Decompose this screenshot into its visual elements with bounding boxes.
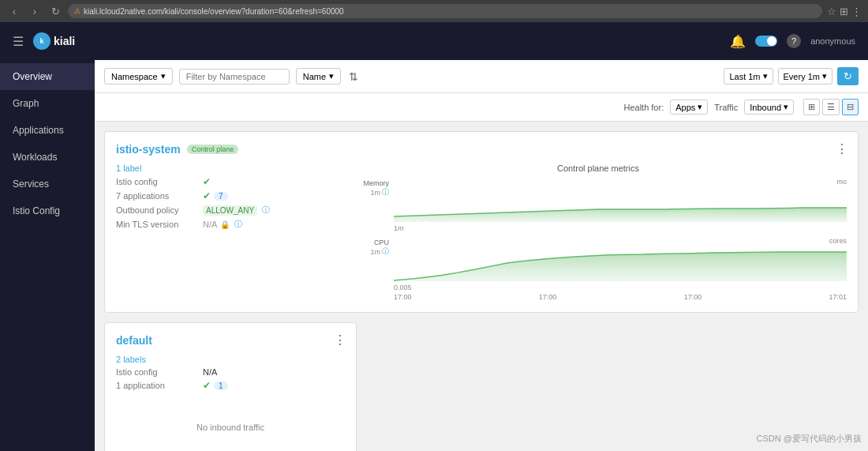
sidebar-item-istio-config[interactable]: Istio Config xyxy=(0,197,95,224)
default-istio-value: N/A xyxy=(203,367,217,377)
x-labels: 0.005 xyxy=(394,284,847,291)
name-dropdown[interactable]: Name ▾ xyxy=(296,68,341,85)
list-view-button[interactable]: ☰ xyxy=(822,99,840,115)
apps-dropdown[interactable]: Apps ▾ xyxy=(670,100,708,115)
inbound-dropdown[interactable]: Inbound ▾ xyxy=(744,100,794,115)
main-content: Namespace ▾ Name ▾ ⇅ Last 1m ▾ Every 1m xyxy=(95,60,868,451)
memory-svg xyxy=(394,186,847,222)
star-icon[interactable]: ☆ xyxy=(827,6,836,17)
default-apps-badge: 1 xyxy=(214,381,228,390)
memory-section-label: Memory xyxy=(363,179,389,187)
compact-view-button[interactable]: ⊟ xyxy=(842,99,859,115)
cpu-svg xyxy=(394,246,847,281)
sidebar-item-workloads[interactable]: Workloads xyxy=(0,144,95,171)
toolbar-right: Last 1m ▾ Every 1m ▾ ↻ xyxy=(724,67,859,85)
sidebar-item-overview[interactable]: Overview xyxy=(0,63,95,90)
card-info-default: 2 labels Istio config N/A 1 application … xyxy=(116,355,345,394)
memory-chart: mo xyxy=(394,178,847,232)
outbound-info-icon[interactable]: ⓘ xyxy=(262,205,270,216)
filter-input[interactable] xyxy=(179,69,290,85)
sort-icon[interactable]: ⇅ xyxy=(349,70,358,83)
namespace-dropdown[interactable]: Namespace ▾ xyxy=(104,68,173,85)
last-time-dropdown[interactable]: Last 1m ▾ xyxy=(724,68,773,85)
namespace-chevron: ▾ xyxy=(161,71,166,81)
sidebar: Overview Graph Applications Workloads Se… xyxy=(0,60,95,451)
default-name[interactable]: default xyxy=(116,334,152,347)
refresh-button[interactable]: ↻ xyxy=(837,67,859,85)
label-link[interactable]: 1 label xyxy=(116,163,141,173)
inbound-label: Inbound xyxy=(750,103,781,112)
outbound-value: ALLOW_ANY ⓘ xyxy=(203,205,270,216)
header-icons: 🔔 ? anonymous xyxy=(730,34,855,49)
default-card: default ⋮ 2 labels Istio config N/A xyxy=(104,322,357,451)
hamburger-icon[interactable]: ☰ xyxy=(13,34,24,49)
cpu-section-label: CPU xyxy=(374,239,389,246)
outbound-label: Outbound policy xyxy=(116,205,203,215)
sidebar-item-graph[interactable]: Graph xyxy=(0,90,95,117)
menu-icon[interactable]: ⋮ xyxy=(851,6,862,17)
cpu-area xyxy=(394,252,847,281)
default-istio-label: Istio config xyxy=(116,367,203,377)
card-header-istio: istio-system Control plane xyxy=(116,143,847,156)
default-check-icon: ✔ xyxy=(203,380,211,391)
x-label-1: 17:00 xyxy=(394,293,412,301)
apps-chevron: ▾ xyxy=(698,102,702,112)
mtls-info-icon[interactable]: ⓘ xyxy=(234,219,242,230)
reload-button[interactable]: ↻ xyxy=(47,6,63,17)
apps-badge: 7 xyxy=(214,192,228,201)
name-label: Name xyxy=(303,72,326,81)
card-menu-button-default[interactable]: ⋮ xyxy=(334,333,346,348)
browser-right-icons: ☆ ⊞ ⋮ xyxy=(827,6,862,17)
app-header: ☰ k kiali 🔔 ? anonymous xyxy=(0,22,868,60)
mtls-label: Min TLS version xyxy=(116,220,203,229)
apps-label: Apps xyxy=(675,103,695,112)
every-time-label: Every 1m xyxy=(784,72,820,81)
card-info-istio: 1 label Istio config ✔ 7 applications xyxy=(116,163,337,301)
istio-system-name[interactable]: istio-system xyxy=(116,143,181,156)
toggle-switch[interactable] xyxy=(755,36,777,47)
inbound-chevron: ▾ xyxy=(784,102,788,112)
istio-config-label: Istio config xyxy=(116,177,203,186)
apps-check-icon: ✔ xyxy=(203,190,211,201)
default-apps-value: ✔ 1 xyxy=(203,380,228,391)
forward-button[interactable]: › xyxy=(27,6,43,17)
sidebar-item-services[interactable]: Services xyxy=(0,171,95,197)
last-time-chevron: ▾ xyxy=(763,71,768,81)
chart-area-istio: Control plane metrics Memory 1m ⓘ mo xyxy=(350,163,847,301)
cpu-unit: 1m ⓘ xyxy=(370,246,389,257)
health-label: Health for: xyxy=(623,103,664,112)
browser-bar: ‹ › ↻ ⚠ kiali.lcloud2native.com/kiali/co… xyxy=(0,0,868,22)
info-row-default-label: 2 labels xyxy=(116,355,345,364)
card-menu-button-istio[interactable]: ⋮ xyxy=(836,141,848,156)
info-row-apps: 7 applications ✔ 7 xyxy=(116,190,337,201)
view-icons: ⊞ ☰ ⊟ xyxy=(803,99,859,115)
control-plane-badge: Control plane xyxy=(187,145,239,154)
info-row-mtls: Min TLS version N/A 🔒 ⓘ xyxy=(116,219,337,230)
back-button[interactable]: ‹ xyxy=(6,6,22,17)
url-bar[interactable]: ⚠ kiali.lcloud2native.com/kiali/console/… xyxy=(68,4,822,18)
every-time-dropdown[interactable]: Every 1m ▾ xyxy=(778,68,832,85)
istio-system-card: istio-system Control plane ⋮ 1 label Ist… xyxy=(104,131,859,313)
logo-circle: k xyxy=(33,32,51,50)
cpu-chart: cores xyxy=(394,237,847,291)
content-area: istio-system Control plane ⋮ 1 label Ist… xyxy=(95,122,868,451)
watermark: CSDN @爱写代码的小男孩 xyxy=(757,433,862,445)
name-chevron: ▾ xyxy=(329,71,334,81)
ext-icon[interactable]: ⊞ xyxy=(840,6,848,17)
sidebar-item-applications[interactable]: Applications xyxy=(0,117,95,144)
default-label-link[interactable]: 2 labels xyxy=(116,355,146,364)
card-body-default: 2 labels Istio config N/A 1 application … xyxy=(116,355,345,448)
every-time-chevron: ▾ xyxy=(822,71,827,81)
policy-badge: ALLOW_ANY xyxy=(203,205,257,216)
apps-count-label: 7 applications xyxy=(116,191,203,201)
grid-view-button[interactable]: ⊞ xyxy=(803,99,820,115)
memory-unit: 1m ⓘ xyxy=(370,187,389,197)
kiali-logo: k kiali xyxy=(33,32,75,50)
second-toolbar: Health for: Apps ▾ Traffic Inbound ▾ ⊞ ☰… xyxy=(95,93,868,122)
bell-icon[interactable]: 🔔 xyxy=(730,34,746,49)
user-label: anonymous xyxy=(810,36,855,46)
top-toolbar: Namespace ▾ Name ▾ ⇅ Last 1m ▾ Every 1m xyxy=(95,60,868,93)
help-icon[interactable]: ? xyxy=(787,34,801,48)
card-body-istio: 1 label Istio config ✔ 7 applications xyxy=(116,163,847,301)
x-label-4: 17:01 xyxy=(829,293,847,301)
